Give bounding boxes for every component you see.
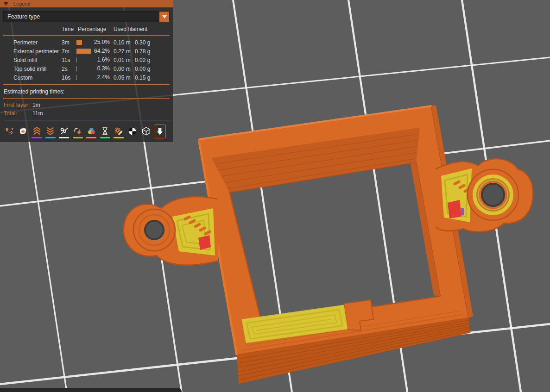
feature-percent: 25.0%	[94, 39, 110, 45]
feature-label: Solid infill	[13, 57, 62, 63]
filament-length: 0.01 m	[114, 57, 135, 63]
col-time: Time	[62, 26, 76, 32]
feature-percentage-cell: 2.4%	[76, 75, 114, 81]
legend-header[interactable]: Legend	[0, 0, 173, 7]
feature-row: Solid infill11s1.6%0.01 m0.02 g	[3, 56, 170, 64]
feature-time: 2s	[62, 66, 76, 72]
wipe-icon[interactable]	[17, 124, 29, 138]
feature-percent: 0.3%	[97, 66, 110, 72]
first-layer-row: First layer: 1m	[3, 101, 170, 109]
feature-time: 7m	[62, 48, 76, 55]
col-used-filament: Used filament	[114, 26, 155, 32]
view-type-dropdown[interactable]: Feature type	[3, 11, 170, 22]
filament-weight: 0.30 g	[135, 39, 155, 46]
total-label: Total:	[4, 110, 32, 117]
feature-label: External perimeter	[13, 48, 62, 55]
total-value: 11m	[32, 110, 169, 117]
percentage-bar	[76, 57, 77, 62]
travels-icon[interactable]	[3, 124, 15, 138]
percentage-bar	[76, 49, 91, 54]
estimated-times-heading: Estimated printing times:	[3, 87, 170, 96]
filament-length: 0.05 m	[114, 75, 135, 81]
percentage-bar	[76, 66, 77, 71]
custom-gcode-icon[interactable]	[113, 124, 125, 138]
filament-weight: 0.02 g	[135, 57, 155, 63]
feature-table-header: Time Percentage Used filament	[3, 25, 170, 33]
dropdown-button[interactable]	[159, 12, 169, 22]
feature-row: Top solid infill2s0.3%0.00 m0.00 g	[3, 64, 170, 73]
filament-weight: 0.00 g	[135, 66, 155, 72]
retractions-icon[interactable]	[31, 124, 43, 138]
feature-time: 16s	[62, 75, 76, 81]
bottom-toolbar-edge	[0, 388, 182, 392]
collapse-arrow-icon[interactable]	[4, 2, 8, 6]
feature-row: External perimeter7m64.2%0.27 m0.78 g	[3, 47, 170, 56]
feature-percentage-cell: 64.2%	[76, 48, 114, 54]
deretractions-icon[interactable]	[44, 124, 57, 138]
feature-percent: 1.6%	[97, 57, 110, 63]
feature-percent: 64.2%	[94, 48, 110, 54]
color-changes-icon[interactable]	[85, 124, 97, 138]
filament-weight: 0.15 g	[135, 75, 155, 81]
shells-icon[interactable]	[140, 124, 152, 138]
percentage-bar	[76, 75, 77, 80]
view-type-value: Feature type	[4, 13, 40, 20]
filament-length: 0.00 m	[114, 66, 135, 72]
filament-length: 0.27 m	[114, 48, 135, 55]
pause-prints-icon[interactable]	[99, 124, 111, 138]
first-layer-label: First layer:	[4, 102, 32, 108]
right-tab	[436, 159, 533, 232]
feature-rows: Perimeter3m25.0%0.10 m0.30 gExternal per…	[3, 38, 170, 82]
feature-label: Top solid infill	[13, 66, 62, 72]
feature-time: 3m	[62, 39, 76, 46]
legend-panel: Legend Feature type Time Percentage Used…	[0, 0, 173, 142]
seams-icon[interactable]	[58, 124, 70, 138]
total-time-row: Total: 11m	[3, 109, 170, 118]
percentage-bar	[76, 40, 82, 45]
feature-label: Custom	[13, 75, 62, 81]
tool-marker-icon[interactable]	[154, 124, 166, 138]
feature-percentage-cell: 0.3%	[76, 66, 114, 72]
tool-changes-icon[interactable]	[72, 124, 84, 138]
chevron-down-icon	[162, 15, 167, 19]
feature-label: Perimeter	[13, 39, 62, 46]
legend-title: Legend	[13, 1, 31, 6]
view-options-toolbar	[3, 123, 170, 139]
filament-length: 0.10 m	[114, 39, 135, 46]
gcode-preview-window: Legend Feature type Time Percentage Used…	[0, 0, 550, 392]
feature-row: Custom16s2.4%0.05 m0.15 g	[3, 73, 170, 82]
filament-weight: 0.78 g	[135, 48, 155, 55]
col-percentage: Percentage	[76, 26, 114, 32]
feature-percent: 2.4%	[97, 75, 110, 81]
feature-row: Perimeter3m25.0%0.10 m0.30 g	[3, 38, 170, 47]
feature-percentage-cell: 25.0%	[76, 39, 114, 45]
center-of-gravity-icon[interactable]	[126, 124, 139, 138]
feature-percentage-cell: 1.6%	[76, 57, 114, 63]
first-layer-value: 1m	[32, 102, 169, 108]
feature-time: 11s	[62, 57, 76, 63]
